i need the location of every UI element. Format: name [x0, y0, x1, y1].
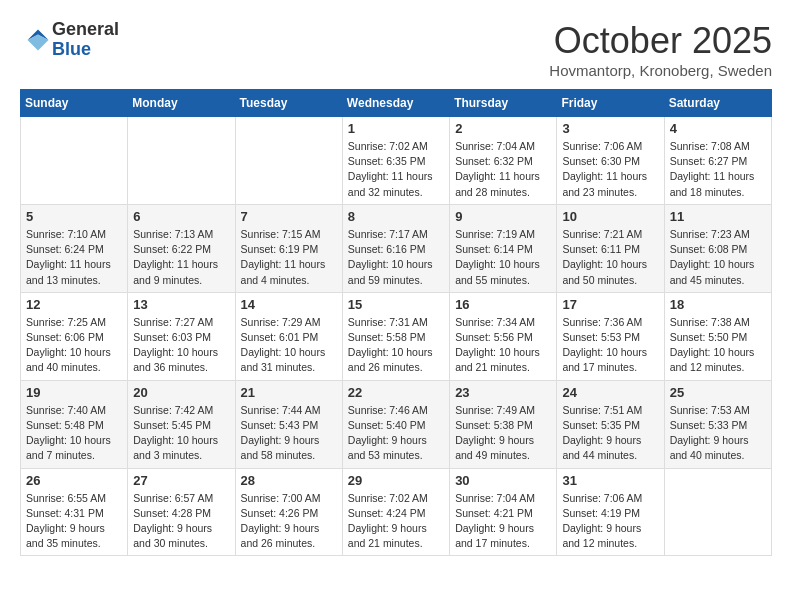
calendar-cell: 1Sunrise: 7:02 AMSunset: 6:35 PMDaylight…: [342, 117, 449, 205]
calendar-cell: 29Sunrise: 7:02 AMSunset: 4:24 PMDayligh…: [342, 468, 449, 556]
calendar-cell: 24Sunrise: 7:51 AMSunset: 5:35 PMDayligh…: [557, 380, 664, 468]
day-number: 1: [348, 121, 444, 136]
page-header: General Blue October 2025 Hovmantorp, Kr…: [20, 20, 772, 79]
weekday-header-wednesday: Wednesday: [342, 90, 449, 117]
title-block: October 2025 Hovmantorp, Kronoberg, Swed…: [549, 20, 772, 79]
day-info: Sunrise: 7:29 AMSunset: 6:01 PMDaylight:…: [241, 315, 337, 376]
calendar-table: SundayMondayTuesdayWednesdayThursdayFrid…: [20, 89, 772, 556]
day-info: Sunrise: 7:36 AMSunset: 5:53 PMDaylight:…: [562, 315, 658, 376]
day-info: Sunrise: 7:10 AMSunset: 6:24 PMDaylight:…: [26, 227, 122, 288]
day-number: 14: [241, 297, 337, 312]
day-number: 13: [133, 297, 229, 312]
day-number: 4: [670, 121, 766, 136]
logo-icon: [24, 26, 52, 54]
day-info: Sunrise: 7:53 AMSunset: 5:33 PMDaylight:…: [670, 403, 766, 464]
week-row-1: 1Sunrise: 7:02 AMSunset: 6:35 PMDaylight…: [21, 117, 772, 205]
day-number: 26: [26, 473, 122, 488]
weekday-header-sunday: Sunday: [21, 90, 128, 117]
logo-blue: Blue: [52, 40, 119, 60]
day-number: 18: [670, 297, 766, 312]
day-number: 31: [562, 473, 658, 488]
day-number: 30: [455, 473, 551, 488]
day-info: Sunrise: 7:21 AMSunset: 6:11 PMDaylight:…: [562, 227, 658, 288]
logo-general: General: [52, 20, 119, 40]
calendar-cell: 12Sunrise: 7:25 AMSunset: 6:06 PMDayligh…: [21, 292, 128, 380]
day-info: Sunrise: 7:04 AMSunset: 6:32 PMDaylight:…: [455, 139, 551, 200]
day-number: 23: [455, 385, 551, 400]
calendar-cell: 30Sunrise: 7:04 AMSunset: 4:21 PMDayligh…: [450, 468, 557, 556]
calendar-cell: 28Sunrise: 7:00 AMSunset: 4:26 PMDayligh…: [235, 468, 342, 556]
calendar-cell: 19Sunrise: 7:40 AMSunset: 5:48 PMDayligh…: [21, 380, 128, 468]
month-title: October 2025: [549, 20, 772, 62]
calendar-cell: 23Sunrise: 7:49 AMSunset: 5:38 PMDayligh…: [450, 380, 557, 468]
calendar-cell: 6Sunrise: 7:13 AMSunset: 6:22 PMDaylight…: [128, 204, 235, 292]
day-info: Sunrise: 7:25 AMSunset: 6:06 PMDaylight:…: [26, 315, 122, 376]
calendar-cell: 17Sunrise: 7:36 AMSunset: 5:53 PMDayligh…: [557, 292, 664, 380]
calendar-cell: 5Sunrise: 7:10 AMSunset: 6:24 PMDaylight…: [21, 204, 128, 292]
day-info: Sunrise: 7:06 AMSunset: 4:19 PMDaylight:…: [562, 491, 658, 552]
week-row-5: 26Sunrise: 6:55 AMSunset: 4:31 PMDayligh…: [21, 468, 772, 556]
weekday-header-tuesday: Tuesday: [235, 90, 342, 117]
calendar-cell: 21Sunrise: 7:44 AMSunset: 5:43 PMDayligh…: [235, 380, 342, 468]
day-number: 25: [670, 385, 766, 400]
week-row-2: 5Sunrise: 7:10 AMSunset: 6:24 PMDaylight…: [21, 204, 772, 292]
day-number: 20: [133, 385, 229, 400]
day-info: Sunrise: 7:06 AMSunset: 6:30 PMDaylight:…: [562, 139, 658, 200]
day-info: Sunrise: 7:46 AMSunset: 5:40 PMDaylight:…: [348, 403, 444, 464]
calendar-cell: 26Sunrise: 6:55 AMSunset: 4:31 PMDayligh…: [21, 468, 128, 556]
day-info: Sunrise: 7:02 AMSunset: 4:24 PMDaylight:…: [348, 491, 444, 552]
day-info: Sunrise: 7:40 AMSunset: 5:48 PMDaylight:…: [26, 403, 122, 464]
svg-marker-1: [28, 34, 49, 50]
day-info: Sunrise: 7:13 AMSunset: 6:22 PMDaylight:…: [133, 227, 229, 288]
day-info: Sunrise: 7:23 AMSunset: 6:08 PMDaylight:…: [670, 227, 766, 288]
calendar-cell: 22Sunrise: 7:46 AMSunset: 5:40 PMDayligh…: [342, 380, 449, 468]
calendar-cell: 10Sunrise: 7:21 AMSunset: 6:11 PMDayligh…: [557, 204, 664, 292]
day-info: Sunrise: 7:51 AMSunset: 5:35 PMDaylight:…: [562, 403, 658, 464]
calendar-cell: 18Sunrise: 7:38 AMSunset: 5:50 PMDayligh…: [664, 292, 771, 380]
week-row-4: 19Sunrise: 7:40 AMSunset: 5:48 PMDayligh…: [21, 380, 772, 468]
calendar-cell: 25Sunrise: 7:53 AMSunset: 5:33 PMDayligh…: [664, 380, 771, 468]
day-info: Sunrise: 7:42 AMSunset: 5:45 PMDaylight:…: [133, 403, 229, 464]
day-number: 29: [348, 473, 444, 488]
calendar-cell: 2Sunrise: 7:04 AMSunset: 6:32 PMDaylight…: [450, 117, 557, 205]
day-info: Sunrise: 7:27 AMSunset: 6:03 PMDaylight:…: [133, 315, 229, 376]
week-row-3: 12Sunrise: 7:25 AMSunset: 6:06 PMDayligh…: [21, 292, 772, 380]
day-number: 21: [241, 385, 337, 400]
day-info: Sunrise: 6:55 AMSunset: 4:31 PMDaylight:…: [26, 491, 122, 552]
day-number: 9: [455, 209, 551, 224]
weekday-header-friday: Friday: [557, 90, 664, 117]
day-info: Sunrise: 7:19 AMSunset: 6:14 PMDaylight:…: [455, 227, 551, 288]
day-number: 16: [455, 297, 551, 312]
day-info: Sunrise: 7:38 AMSunset: 5:50 PMDaylight:…: [670, 315, 766, 376]
day-info: Sunrise: 6:57 AMSunset: 4:28 PMDaylight:…: [133, 491, 229, 552]
calendar-cell: 9Sunrise: 7:19 AMSunset: 6:14 PMDaylight…: [450, 204, 557, 292]
calendar-cell: 7Sunrise: 7:15 AMSunset: 6:19 PMDaylight…: [235, 204, 342, 292]
day-number: 2: [455, 121, 551, 136]
calendar-cell: 4Sunrise: 7:08 AMSunset: 6:27 PMDaylight…: [664, 117, 771, 205]
calendar-cell: 27Sunrise: 6:57 AMSunset: 4:28 PMDayligh…: [128, 468, 235, 556]
day-number: 15: [348, 297, 444, 312]
calendar-cell: 13Sunrise: 7:27 AMSunset: 6:03 PMDayligh…: [128, 292, 235, 380]
calendar-cell: 14Sunrise: 7:29 AMSunset: 6:01 PMDayligh…: [235, 292, 342, 380]
day-number: 7: [241, 209, 337, 224]
day-info: Sunrise: 7:31 AMSunset: 5:58 PMDaylight:…: [348, 315, 444, 376]
day-number: 12: [26, 297, 122, 312]
day-info: Sunrise: 7:15 AMSunset: 6:19 PMDaylight:…: [241, 227, 337, 288]
calendar-cell: [235, 117, 342, 205]
day-number: 28: [241, 473, 337, 488]
day-number: 6: [133, 209, 229, 224]
day-number: 24: [562, 385, 658, 400]
day-number: 8: [348, 209, 444, 224]
day-number: 3: [562, 121, 658, 136]
day-number: 17: [562, 297, 658, 312]
day-info: Sunrise: 7:34 AMSunset: 5:56 PMDaylight:…: [455, 315, 551, 376]
calendar-cell: 16Sunrise: 7:34 AMSunset: 5:56 PMDayligh…: [450, 292, 557, 380]
weekday-header-monday: Monday: [128, 90, 235, 117]
calendar-cell: 20Sunrise: 7:42 AMSunset: 5:45 PMDayligh…: [128, 380, 235, 468]
weekday-header-saturday: Saturday: [664, 90, 771, 117]
calendar-cell: 11Sunrise: 7:23 AMSunset: 6:08 PMDayligh…: [664, 204, 771, 292]
calendar-cell: [128, 117, 235, 205]
day-number: 19: [26, 385, 122, 400]
calendar-cell: 3Sunrise: 7:06 AMSunset: 6:30 PMDaylight…: [557, 117, 664, 205]
day-number: 5: [26, 209, 122, 224]
